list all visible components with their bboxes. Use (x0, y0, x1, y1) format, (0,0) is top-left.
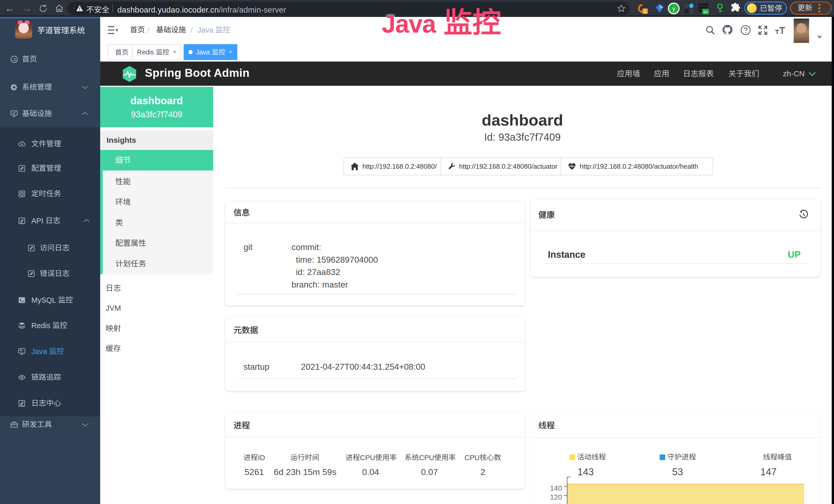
svg-text:on: on (704, 9, 708, 14)
svg-text:y: y (672, 5, 675, 12)
svg-text:1: 1 (644, 9, 646, 14)
